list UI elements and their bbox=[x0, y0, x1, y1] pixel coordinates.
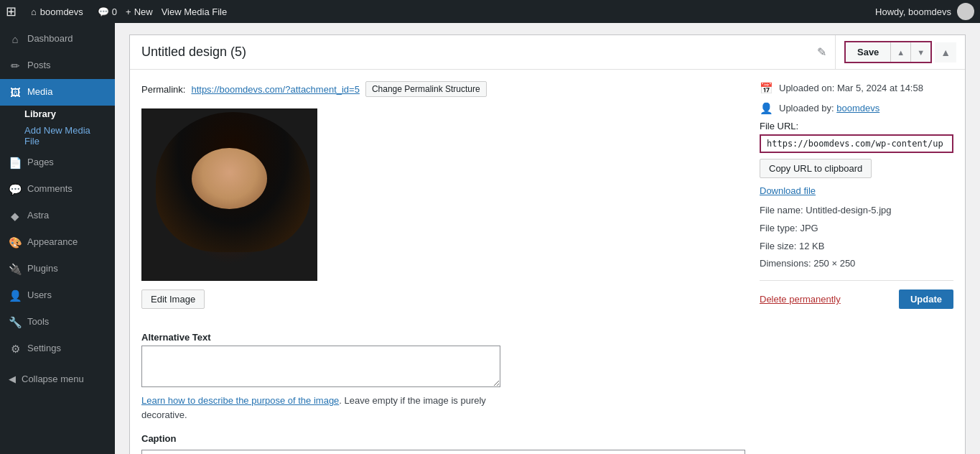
dashboard-icon: ⌂ bbox=[9, 32, 22, 47]
sidebar-sub-add-new[interactable]: Add New Media File bbox=[0, 122, 115, 149]
sidebar-label-dashboard: Dashboard bbox=[27, 32, 73, 45]
update-button[interactable]: Update bbox=[899, 289, 953, 309]
new-label: New bbox=[134, 6, 153, 17]
sidebar-item-dashboard[interactable]: ⌂ Dashboard bbox=[0, 26, 115, 52]
file-name-value: Untitled-design-5.jpg bbox=[806, 205, 891, 216]
title-save-row: ✎ Save ▲ ▼ ▲ bbox=[130, 35, 965, 70]
save-button-group: Save ▲ ▼ bbox=[844, 41, 932, 63]
comments-count: 0 bbox=[112, 6, 117, 17]
top-bar: ⊞ ⌂ boomdevs 💬 0 + New View Media File H… bbox=[0, 0, 980, 23]
uploaded-by-text: Uploaded by: boomdevs bbox=[779, 101, 879, 116]
tools-icon: 🔧 bbox=[9, 315, 22, 330]
sidebar: ⌂ Dashboard ✏ Posts 🖼 Media Library Add … bbox=[0, 23, 115, 454]
copy-url-button[interactable]: Copy URL to clipboard bbox=[760, 159, 872, 178]
file-size-row: File size: 12 KB bbox=[760, 239, 953, 254]
new-button[interactable]: + New bbox=[126, 6, 153, 17]
site-name[interactable]: ⌂ boomdevs bbox=[25, 6, 89, 17]
download-link[interactable]: Download file bbox=[760, 185, 953, 196]
users-icon: 👤 bbox=[9, 288, 22, 303]
sidebar-label-comments: Comments bbox=[27, 182, 73, 195]
sidebar-label-astra: Astra bbox=[27, 209, 49, 222]
edit-image-button[interactable]: Edit Image bbox=[141, 289, 205, 309]
alt-text-input[interactable] bbox=[141, 346, 500, 387]
uploaded-by-link[interactable]: boomdevs bbox=[836, 103, 879, 114]
alt-help-link[interactable]: Learn how to describe the purpose of the… bbox=[141, 395, 339, 406]
save-button[interactable]: Save bbox=[846, 42, 890, 62]
sidebar-label-tools: Tools bbox=[27, 315, 49, 328]
save-up-arrow[interactable]: ▲ bbox=[890, 42, 910, 62]
sidebar-item-posts[interactable]: ✏ Posts bbox=[0, 52, 115, 79]
uploaded-by-row: 👤 Uploaded by: boomdevs bbox=[760, 101, 953, 116]
caption-input[interactable] bbox=[141, 450, 745, 454]
top-bar-right: Howdy, boomdevs bbox=[875, 3, 974, 20]
save-chevron-up[interactable]: ▲ bbox=[935, 42, 956, 62]
left-panel: Permalink: https://boomdevs.com/?attachm… bbox=[141, 81, 745, 454]
delete-link[interactable]: Delete permanently bbox=[760, 294, 841, 305]
file-type-value: JPG bbox=[800, 223, 818, 233]
alt-help-row: Learn how to describe the purpose of the… bbox=[141, 394, 500, 422]
avatar bbox=[957, 3, 974, 20]
caption-label: Caption bbox=[141, 433, 745, 444]
comments-link[interactable]: 💬 0 bbox=[98, 6, 117, 17]
app-body: ⌂ Dashboard ✏ Posts 🖼 Media Library Add … bbox=[0, 23, 980, 454]
file-name-row: File name: Untitled-design-5.jpg bbox=[760, 203, 953, 218]
file-url-section: File URL: bbox=[760, 121, 953, 153]
uploaded-date-row: 📅 Uploaded on: Mar 5, 2024 at 14:58 bbox=[760, 81, 953, 96]
sidebar-label-plugins: Plugins bbox=[27, 262, 58, 275]
settings-icon: ⚙ bbox=[9, 341, 22, 356]
sidebar-label-appearance: Appearance bbox=[27, 236, 78, 249]
view-media-label: View Media File bbox=[162, 6, 228, 17]
view-media-link[interactable]: View Media File bbox=[162, 6, 228, 17]
sidebar-item-users[interactable]: 👤 Users bbox=[0, 282, 115, 309]
caption-section: Caption bbox=[141, 433, 745, 454]
sidebar-item-plugins[interactable]: 🔌 Plugins bbox=[0, 256, 115, 282]
wp-logo-icon[interactable]: ⊞ bbox=[6, 4, 17, 19]
comments-sidebar-icon: 💬 bbox=[9, 182, 22, 197]
user-icon: 👤 bbox=[760, 102, 773, 115]
calendar-icon: 📅 bbox=[760, 82, 773, 95]
sidebar-sub-label-library: Library bbox=[24, 108, 56, 119]
dimensions-value: 250 × 250 bbox=[813, 258, 855, 269]
uploaded-label: Uploaded on: bbox=[779, 83, 834, 93]
content-area: Permalink: https://boomdevs.com/?attachm… bbox=[130, 70, 965, 454]
collapse-menu[interactable]: ◀ Collapse menu bbox=[0, 368, 115, 390]
collapse-icon: ◀ bbox=[9, 374, 16, 384]
sidebar-label-pages: Pages bbox=[27, 156, 54, 169]
pages-icon: 📄 bbox=[9, 155, 22, 170]
alt-text-section: Alternative Text Learn how to describe t… bbox=[141, 332, 745, 422]
image-preview bbox=[141, 108, 317, 281]
posts-icon: ✏ bbox=[9, 58, 22, 73]
sidebar-sub-library[interactable]: Library bbox=[0, 106, 115, 122]
right-panel: 📅 Uploaded on: Mar 5, 2024 at 14:58 👤 Up… bbox=[760, 81, 953, 454]
file-url-label: File URL: bbox=[760, 121, 953, 131]
appearance-icon: 🎨 bbox=[9, 235, 22, 250]
file-url-input[interactable] bbox=[760, 134, 953, 153]
sidebar-sub-label-add-new: Add New Media File bbox=[24, 125, 90, 147]
edit-icon: ✎ bbox=[808, 45, 835, 59]
save-area: Save ▲ ▼ ▲ bbox=[835, 35, 965, 69]
permalink-url[interactable]: https://boomdevs.com/?attachment_id=5 bbox=[191, 84, 360, 95]
sidebar-item-tools[interactable]: 🔧 Tools bbox=[0, 309, 115, 335]
file-size-value: 12 KB bbox=[799, 241, 824, 251]
sidebar-item-comments[interactable]: 💬 Comments bbox=[0, 176, 115, 203]
sidebar-item-settings[interactable]: ⚙ Settings bbox=[0, 335, 115, 362]
delete-update-row: Delete permanently Update bbox=[760, 280, 953, 309]
title-input[interactable] bbox=[130, 36, 808, 68]
sidebar-label-users: Users bbox=[27, 289, 52, 302]
howdy-text: Howdy, boomdevs bbox=[875, 6, 951, 17]
change-permalink-btn[interactable]: Change Permalink Structure bbox=[365, 81, 487, 97]
sidebar-label-posts: Posts bbox=[27, 59, 51, 72]
edit-media-wrapper: ✎ Save ▲ ▼ ▲ Permalink: bbox=[129, 34, 966, 454]
sidebar-item-media[interactable]: 🖼 Media bbox=[0, 79, 115, 106]
sidebar-item-appearance[interactable]: 🎨 Appearance bbox=[0, 229, 115, 256]
media-icon: 🖼 bbox=[9, 85, 22, 100]
sidebar-item-pages[interactable]: 📄 Pages bbox=[0, 149, 115, 176]
dimensions-row: Dimensions: 250 × 250 bbox=[760, 256, 953, 272]
title-area: ✎ bbox=[130, 35, 835, 69]
permalink-row: Permalink: https://boomdevs.com/?attachm… bbox=[141, 81, 745, 97]
sidebar-label-settings: Settings bbox=[27, 342, 61, 355]
uploaded-by-label: Uploaded by: bbox=[779, 103, 834, 114]
collapse-label: Collapse menu bbox=[22, 374, 84, 384]
sidebar-item-astra[interactable]: ◆ Astra bbox=[0, 203, 115, 229]
save-down-arrow[interactable]: ▼ bbox=[910, 42, 930, 62]
